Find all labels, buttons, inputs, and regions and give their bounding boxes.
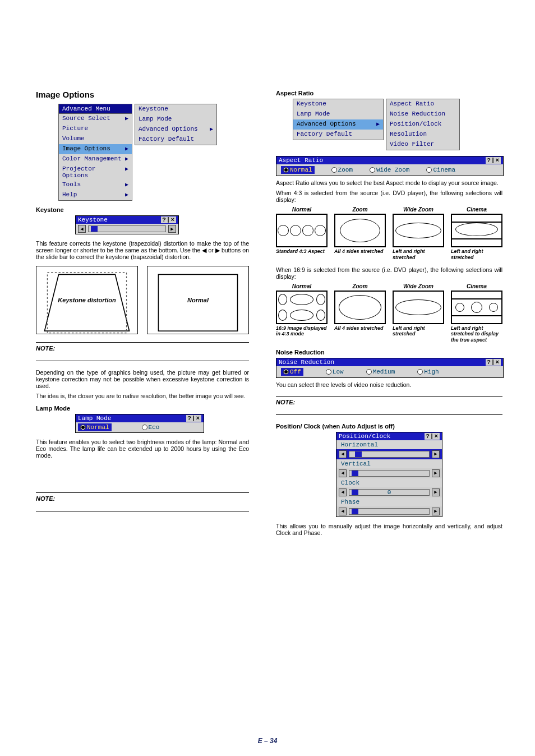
ar-thumbnail-cell: CinemaLeft and right stretched [451,206,502,261]
menu-item[interactable]: Keystone [135,104,216,114]
aspect-ratio-heading: Aspect Ratio [276,90,502,96]
ar-option[interactable]: Normal [281,166,315,174]
noise-reduction-window: Noise Reduction ?|× OffLowMediumHigh [276,358,504,378]
menu-item[interactable]: Tools▶ [59,180,132,190]
menu-item[interactable]: Source Select▶ [59,114,132,124]
menu-item[interactable]: Image Options▶ [59,144,132,154]
menu-item[interactable]: Help▶ [59,190,132,200]
nr-window-buttons[interactable]: ?|× [486,359,501,366]
keystone-normal-diagram: Normal [147,266,249,334]
aspect-ratio-menu-screenshot: KeystoneLamp ModeAdvanced Options▶Factor… [293,99,502,150]
lamp-option-eco[interactable]: Eco [142,424,160,431]
nr-option[interactable]: Off [281,368,303,376]
menu-item[interactable]: Position/Clock [386,119,459,130]
ar-option[interactable]: Zoom [331,167,353,173]
idea-text: The idea is, the closer you are to nativ… [36,393,249,399]
menu-item[interactable]: Noise Reduction [386,109,459,119]
svg-marker-1 [47,273,126,333]
nr-option[interactable]: High [417,368,439,375]
menu-item[interactable]: Picture [59,124,132,134]
lamp-mode-description: This feature enables you to select two b… [36,439,249,459]
pc-text: This allows you to manually adjust the i… [276,523,502,536]
nr-option[interactable]: Medium [366,368,395,375]
advanced-menu-screenshot: Advanced Menu Source Select▶PictureVolum… [58,104,249,201]
menu-item[interactable]: Advanced Options▶ [135,125,216,135]
lamp-window-buttons[interactable]: ?|× [186,415,201,422]
keystone-slider-left[interactable]: ◀ [78,225,86,233]
pc-window-title: Position/Clock [339,433,390,440]
pc-slider[interactable]: ◀▶ [336,449,442,459]
pc-row-label: Clock [336,478,442,487]
left-column: Image Options Advanced Menu Source Selec… [36,90,249,540]
menu-item[interactable]: Factory Default [135,135,216,145]
note-1: NOTE: [36,342,249,361]
ar-thumbnail-cell: ZoomAll 4 sides stretched [334,206,386,261]
keystone-window: Keystone ?|× ◀ ▶ [75,215,179,234]
ar-window-buttons[interactable]: ?|× [486,157,501,164]
position-clock-heading: Position/ Clock (when Auto Adjust is off… [276,423,502,430]
pc-row-label: Phase [336,497,442,506]
nr-text: You can select three levels of video noi… [276,381,502,388]
page-number: E – 34 [0,737,535,745]
ar-text-1: Aspect Ratio allows you to select the be… [276,179,502,186]
ar-thumbnail-cell: ZoomAll 4 sides stretched [334,283,386,343]
ar-text-2: When 4:3 is selected from the source (i.… [276,190,502,203]
keystone-window-title: Keystone [78,216,108,223]
keystone-description: This feature corrects the keystone (trap… [36,240,249,260]
menu-item[interactable]: Video Filter [386,140,459,150]
menu-item[interactable]: Resolution [386,130,459,140]
noise-reduction-heading: Noise Reduction [276,349,502,356]
ar-thumbnail-cell: Wide ZoomLeft and right stretched [393,206,444,261]
note-2: NOTE: [36,492,249,511]
ar-thumbnail-cell: CinemaLeft and right stretched to displa… [451,283,502,343]
ar-option[interactable]: Wide Zoom [370,167,409,173]
ar-text-3: When 16:9 is selected from the source (i… [276,266,502,280]
image-options-heading: Image Options [36,90,249,99]
advanced-menu-title: Advanced Menu [59,104,132,114]
keystone-distortion-diagram: Keystone distortion [36,266,138,334]
menu-item[interactable]: Advanced Options▶ [293,119,383,130]
keystone-diagrams: Keystone distortion Normal [36,266,249,334]
nr-option[interactable]: Low [326,368,344,375]
pc-row-label: Vertical [336,459,442,468]
lamp-mode-heading: Lamp Mode [36,405,249,412]
lamp-option-normal[interactable]: Normal [78,423,112,431]
keystone-slider-right[interactable]: ▶ [168,225,176,233]
note-3: NOTE: [276,396,502,415]
aspect-row-43: NormalStandard 4:3 AspectZoomAll 4 sides… [276,206,502,261]
lamp-window-title: Lamp Mode [78,415,111,422]
nr-window-title: Noise Reduction [279,359,334,366]
right-column: Aspect Ratio KeystoneLamp ModeAdvanced O… [276,90,502,540]
ar-window-title: Aspect Ratio [279,157,323,164]
pc-slider[interactable]: ◀▶ [336,468,442,478]
lamp-mode-window: Lamp Mode ?|× Normal Eco [75,414,204,433]
ar-thumbnail-cell: Normal16:9 image displayed in 4:3 mode [276,283,328,343]
menu-item[interactable]: Lamp Mode [293,109,383,119]
menu-item[interactable]: Color Management▶ [59,154,132,164]
aspect-row-169: Normal16:9 image displayed in 4:3 modeZo… [276,283,502,343]
svg-rect-2 [158,274,237,331]
menu-item[interactable]: Aspect Ratio [386,99,459,109]
pc-row-label: Horizontal [336,440,442,449]
ar-thumbnail-cell: NormalStandard 4:3 Aspect [276,206,328,261]
pc-window-buttons[interactable]: ?|× [425,433,440,440]
pc-slider[interactable]: ◀0▶ [336,487,442,497]
keystone-subheading: Keystone [36,206,249,213]
ar-option[interactable]: Cinema [426,167,455,173]
menu-item[interactable]: Factory Default [293,130,383,140]
menu-item[interactable]: Projector Options▶ [59,164,132,180]
menu-item[interactable]: Lamp Mode [135,114,216,125]
ar-thumbnail-cell: Wide ZoomLeft and right stretched [393,283,444,343]
aspect-ratio-window: Aspect Ratio ?|× NormalZoomWide ZoomCine… [276,156,504,176]
menu-item[interactable]: Volume [59,134,132,144]
depending-text: Depending on the type of graphics being … [36,369,249,389]
svg-marker-0 [44,274,129,331]
pc-slider[interactable]: ◀▶ [336,506,442,517]
menu-item[interactable]: Keystone [293,99,383,109]
keystone-window-buttons[interactable]: ?|× [161,216,176,223]
keystone-slider-track[interactable] [88,225,166,232]
position-clock-window: Position/Clock ?|× Horizontal◀▶Vertical◀… [336,432,442,517]
